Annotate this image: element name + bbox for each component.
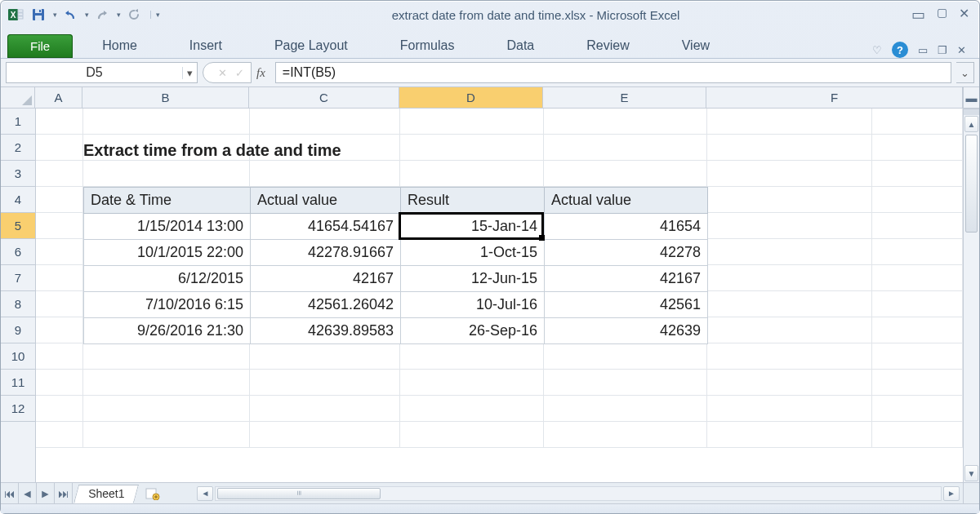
scroll-down-button[interactable]: ▼ [964,465,978,481]
row-header-3[interactable]: 3 [1,161,35,187]
vertical-scrollbar[interactable]: ▲ ▼ [963,109,979,482]
table-row: 6/12/2015 42167 12-Jun-15 42167 [84,266,708,292]
cell-D8[interactable]: 10-Jul-16 [401,292,545,318]
th-actual2[interactable]: Actual value [545,188,708,214]
redo-button[interactable] [92,5,112,24]
cell-E5[interactable]: 41654 [545,214,708,240]
row-header-10[interactable]: 10 [1,343,35,370]
name-box[interactable]: D5 ▾ [6,62,198,83]
tab-insert[interactable]: Insert [175,33,237,58]
cell-D7[interactable]: 12-Jun-15 [401,266,545,292]
cell-E7[interactable]: 42167 [545,266,708,292]
scroll-right-button[interactable]: ► [943,486,960,501]
row-header-2[interactable]: 2 [1,135,35,161]
cell-B9[interactable]: 9/26/2016 21:30 [84,318,251,344]
row-header-12[interactable]: 12 [1,396,35,422]
new-sheet-button[interactable] [141,483,164,503]
row-header-7[interactable]: 7 [1,265,35,291]
row-header-5[interactable]: 5 [1,213,35,239]
col-header-C[interactable]: C [249,87,399,108]
cell-C6[interactable]: 42278.91667 [251,240,401,266]
select-all-corner[interactable] [1,87,35,109]
row-header-11[interactable]: 11 [1,370,35,396]
redo-dropdown[interactable]: ▾ [117,11,121,19]
expand-formula-bar[interactable]: ⌄ [956,62,974,83]
svg-rect-4 [18,16,23,19]
col-header-B[interactable]: B [82,87,249,108]
row-header-9[interactable]: 9 [1,317,35,343]
fx-icon[interactable]: fx [256,66,265,80]
scroll-up-button[interactable]: ▲ [964,116,978,132]
cell-D9[interactable]: 26-Sep-16 [401,318,545,344]
tab-review[interactable]: Review [572,33,644,58]
cell-E6[interactable]: 42278 [545,240,708,266]
qat-customize[interactable]: ▾ [150,11,160,19]
th-datetime[interactable]: Date & Time [84,188,251,214]
quick-access-toolbar: X ▾ ▾ ▾ ▾ [6,5,160,24]
formula-input[interactable]: =INT(B5) [275,62,951,83]
cell-D6[interactable]: 1-Oct-15 [401,240,545,266]
th-actual1[interactable]: Actual value [251,188,401,214]
cell-D5[interactable]: 15-Jan-14 [401,214,545,240]
ribbon-minimize-chevron[interactable]: ♡ [872,44,882,56]
horizontal-scrollbar[interactable]: ◄ ► [197,483,960,503]
undo-dropdown[interactable]: ▾ [85,11,89,19]
tab-pagelayout[interactable]: Page Layout [260,33,363,58]
undo-button[interactable] [60,5,80,24]
name-box-value[interactable]: D5 [7,65,182,80]
sheet-nav-first[interactable]: ⏮ [1,483,19,503]
cell-E8[interactable]: 42561 [545,292,708,318]
cell-grid[interactable]: Extract time from a date and time Date &… [36,109,963,482]
scroll-left-button[interactable]: ◄ [197,486,213,501]
sheet-nav-prev[interactable]: ◄ [19,483,37,503]
minimize-button[interactable]: ▭ [911,6,925,24]
cell-C5[interactable]: 41654.54167 [251,214,401,240]
hscroll-track[interactable] [215,486,942,501]
row-header-6[interactable]: 6 [1,239,35,265]
tab-home[interactable]: Home [87,33,152,58]
maximize-button[interactable]: ▢ [937,6,947,24]
column-split-handle[interactable]: ▬ [963,87,979,109]
cell-C7[interactable]: 42167 [251,266,401,292]
qat-save-dropdown[interactable]: ▾ [53,11,57,19]
sheet-nav-last[interactable]: ⏭ [55,483,73,503]
row-header-8[interactable]: 8 [1,291,35,317]
cell-B7[interactable]: 6/12/2015 [84,266,251,292]
repeat-button[interactable] [124,5,144,24]
cell-C8[interactable]: 42561.26042 [251,292,401,318]
cell-B8[interactable]: 7/10/2016 6:15 [84,292,251,318]
vsplit-handle[interactable] [964,109,979,115]
file-tab[interactable]: File [7,34,73,58]
vscroll-thumb[interactable] [965,135,978,233]
help-button[interactable]: ? [892,42,908,58]
col-header-D[interactable]: D [399,87,543,108]
formula-bar: D5 ▾ ✕✓ fx =INT(B5) ⌄ [1,59,979,87]
cell-C9[interactable]: 42639.89583 [251,318,401,344]
vscroll-track[interactable] [964,133,979,464]
tab-view[interactable]: View [667,33,724,58]
cell-E9[interactable]: 42639 [545,318,708,344]
svg-rect-8 [39,10,41,12]
sheet-nav-next[interactable]: ► [37,483,55,503]
cell-B6[interactable]: 10/1/2015 22:00 [84,240,251,266]
workbook-restore[interactable]: ❐ [938,44,947,56]
sheet-tab-active[interactable]: Sheet1 [74,485,140,503]
row-header-4[interactable]: 4 [1,187,35,213]
insert-function-button[interactable]: ✕✓ [203,62,252,83]
col-header-F[interactable]: F [706,87,963,108]
hscroll-thumb[interactable] [217,488,381,499]
row-header-1[interactable]: 1 [1,109,35,135]
excel-icon[interactable]: X [6,5,25,24]
tab-formulas[interactable]: Formulas [385,33,470,58]
th-result[interactable]: Result [401,188,545,214]
sheet-tab-bar: ⏮ ◄ ► ⏭ Sheet1 ◄ ► [1,482,979,503]
col-header-E[interactable]: E [543,87,706,108]
close-button[interactable]: ✕ [959,6,969,24]
save-button[interactable] [29,5,48,24]
workbook-close[interactable]: ✕ [957,44,966,56]
workbook-minimize[interactable]: ▭ [918,44,928,56]
col-header-A[interactable]: A [35,87,82,108]
tab-data[interactable]: Data [492,33,549,58]
name-box-dropdown[interactable]: ▾ [182,67,197,79]
cell-B5[interactable]: 1/15/2014 13:00 [84,214,251,240]
